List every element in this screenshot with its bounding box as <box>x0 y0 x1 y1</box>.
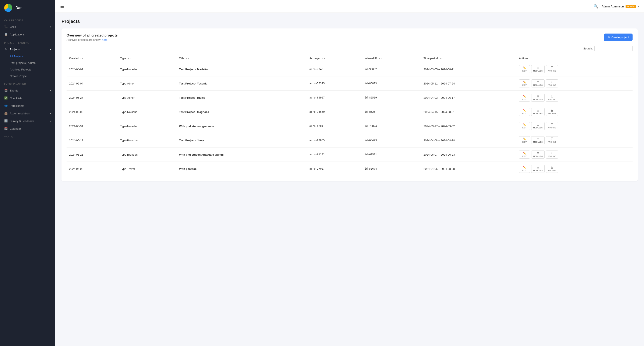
action-buttons-2: ✏️EDIT⊞MODULES🗄ARCHIVE <box>519 94 630 102</box>
archive-button-row-3[interactable]: 🗄ARCHIVE <box>546 108 558 116</box>
edit-icon: ✏️ <box>523 66 526 69</box>
edit-button-row-3[interactable]: ✏️EDIT <box>519 108 530 116</box>
sort-type[interactable]: ▲▼ <box>128 58 131 59</box>
sidebar-item-participants[interactable]: 👥 Participants <box>0 102 55 109</box>
sidebar: iDat Call Process 📞 Calls ▾ 📋 Applicatio… <box>0 0 55 346</box>
modules-icon: ⊞ <box>537 66 539 69</box>
edit-button-row-4[interactable]: ✏️EDIT <box>519 122 530 130</box>
cell-actions-4: ✏️EDIT⊞MODULES🗄ARCHIVE <box>516 119 632 133</box>
cell-mono-1: acro-55375 <box>307 76 362 91</box>
cell-actions-6: ✏️EDIT⊞MODULES🗄ARCHIVE <box>516 147 632 162</box>
modules-button-row-0[interactable]: ⊞MODULES <box>531 65 544 73</box>
modules-button-row-4[interactable]: ⊞MODULES <box>531 122 544 130</box>
archive-icon: 🗄 <box>551 123 553 126</box>
sidebar-label-accommodation: Accommodation <box>10 112 30 115</box>
accommodation-icon: 🏨 <box>4 112 8 115</box>
cell-title-cell-2: Test Project - Hailee <box>176 91 307 105</box>
cell-mono-4: acro-8204 <box>307 119 362 133</box>
logo-icon <box>4 4 12 12</box>
header-search-icon[interactable]: 🔍 <box>594 4 598 9</box>
projects-chevron: ▾ <box>50 48 51 51</box>
survey-chevron: ▾ <box>50 120 51 122</box>
sidebar-subitem-archived-projects[interactable]: Archived Projects <box>0 66 55 73</box>
sidebar-item-accommodation[interactable]: 🏨 Accommodation ▾ <box>0 109 55 117</box>
archive-button-row-2[interactable]: 🗄ARCHIVE <box>546 94 558 102</box>
modules-button-row-1[interactable]: ⊞MODULES <box>531 79 544 87</box>
edit-label: EDIT <box>522 98 527 100</box>
sidebar-item-checklists[interactable]: ✅ Checklists <box>0 94 55 102</box>
cell-mono-7: id-58674 <box>362 162 421 176</box>
search-row: Search: <box>66 46 632 51</box>
sidebar-item-applications[interactable]: 📋 Applications <box>0 31 55 38</box>
archive-button-row-4[interactable]: 🗄ARCHIVE <box>546 122 558 130</box>
checklists-icon: ✅ <box>4 96 8 100</box>
modules-button-row-5[interactable]: ⊞MODULES <box>531 136 544 144</box>
archive-icon: 🗄 <box>551 66 553 69</box>
modules-button-row-3[interactable]: ⊞MODULES <box>531 108 544 116</box>
search-input[interactable] <box>594 46 632 51</box>
edit-label: EDIT <box>522 84 527 86</box>
sidebar-item-projects[interactable]: 🗂 Projects ▾ <box>0 45 55 53</box>
projects-table: Created ▲▼ Type ▲▼ Title ▲▼ Acronym <box>66 55 632 176</box>
card-heading: Overview of all created projects <box>66 34 118 37</box>
page-content: Projects Overview of all created project… <box>55 13 644 346</box>
edit-icon: ✏️ <box>523 152 526 155</box>
action-buttons-0: ✏️EDIT⊞MODULES🗄ARCHIVE <box>519 65 630 73</box>
col-acronym: Acronym ▲▼ <box>307 55 362 62</box>
edit-button-row-1[interactable]: ✏️EDIT <box>519 79 530 87</box>
create-project-button[interactable]: ⊕ Create project <box>604 34 632 41</box>
cell-data-2: 2024-04-03 – 2024-06-17 <box>421 91 516 105</box>
action-buttons-7: ✏️EDIT⊞MODULES🗄ARCHIVE <box>519 165 630 173</box>
table-body: 2024-04-02Type-NatashaTest Project - Mar… <box>66 62 632 176</box>
modules-button-row-7[interactable]: ⊞MODULES <box>531 165 544 173</box>
archive-button-row-7[interactable]: 🗄ARCHIVE <box>546 165 558 173</box>
archive-button-row-0[interactable]: 🗄ARCHIVE <box>546 65 558 73</box>
archive-button-row-5[interactable]: 🗄ARCHIVE <box>546 136 558 144</box>
cell-data-4: 2024-03-17 – 2024-09-02 <box>421 119 516 133</box>
sidebar-item-calendar[interactable]: 📆 Calendar <box>0 125 55 132</box>
cell-title-cell-3: Test Project - Magnolia <box>176 105 307 119</box>
modules-button-row-2[interactable]: ⊞MODULES <box>531 94 544 102</box>
archive-label: ARCHIVE <box>548 98 556 100</box>
archive-link[interactable]: here. <box>102 38 108 41</box>
cell-data-6: Type-Brendon <box>118 147 176 162</box>
app-logo[interactable]: iDat <box>0 0 55 16</box>
sidebar-item-events[interactable]: 📅 Events ▾ <box>0 87 55 94</box>
section-label-call-process: Call Process <box>0 16 55 23</box>
sidebar-item-survey-feedback[interactable]: 📊 Survey & Feedback ▾ <box>0 117 55 125</box>
edit-button-row-2[interactable]: ✏️EDIT <box>519 94 530 102</box>
cell-title-cell-6: With phd student graduate alumni <box>176 147 307 162</box>
projects-icon: 🗂 <box>4 48 8 51</box>
archive-button-row-1[interactable]: 🗄ARCHIVE <box>546 79 558 87</box>
edit-button-row-5[interactable]: ✏️EDIT <box>519 136 530 144</box>
edit-button-row-7[interactable]: ✏️EDIT <box>519 165 530 173</box>
archive-button-row-6[interactable]: 🗄ARCHIVE <box>546 150 558 158</box>
cell-title-cell-4: With phd student graduate <box>176 119 307 133</box>
modules-button-row-6[interactable]: ⊞MODULES <box>531 150 544 158</box>
calls-icon: 📞 <box>4 25 8 29</box>
sort-created[interactable]: ▲▼ <box>80 58 84 59</box>
sort-acronym[interactable]: ▲▼ <box>322 58 326 59</box>
menu-button[interactable]: ☰ <box>60 4 64 9</box>
archive-icon: 🗄 <box>551 81 553 84</box>
cell-mono-4: id-70824 <box>362 119 421 133</box>
sidebar-subitem-all-projects[interactable]: All Projects <box>0 53 55 60</box>
sidebar-item-calls[interactable]: 📞 Calls ▾ <box>0 23 55 31</box>
edit-button-row-6[interactable]: ✏️EDIT <box>519 150 530 158</box>
modules-label: MODULES <box>533 84 543 86</box>
sidebar-subitem-create-project[interactable]: Create Project <box>0 73 55 79</box>
sidebar-subitem-past-projects[interactable]: Past projects | Alumni <box>0 60 55 66</box>
cell-data-5: 2024-04-08 – 2024-08-18 <box>421 133 516 147</box>
sidebar-label-applications: Applications <box>10 33 24 36</box>
sort-title[interactable]: ▲▼ <box>186 58 189 59</box>
section-label-tools: Tools <box>0 132 55 140</box>
cell-actions-3: ✏️EDIT⊞MODULES🗄ARCHIVE <box>516 105 632 119</box>
cell-data-3: 2024-06-06 <box>66 105 118 119</box>
edit-button-row-0[interactable]: ✏️EDIT <box>519 65 530 73</box>
section-label-event-planning: Event Planning <box>0 79 55 87</box>
sort-time-period[interactable]: ▲▼ <box>440 58 443 59</box>
sort-internal-id[interactable]: ▲▼ <box>378 58 382 59</box>
user-menu-chevron[interactable]: ▾ <box>638 5 639 8</box>
action-buttons-6: ✏️EDIT⊞MODULES🗄ARCHIVE <box>519 150 630 158</box>
col-time-period: Time period ▲▼ <box>421 55 516 62</box>
